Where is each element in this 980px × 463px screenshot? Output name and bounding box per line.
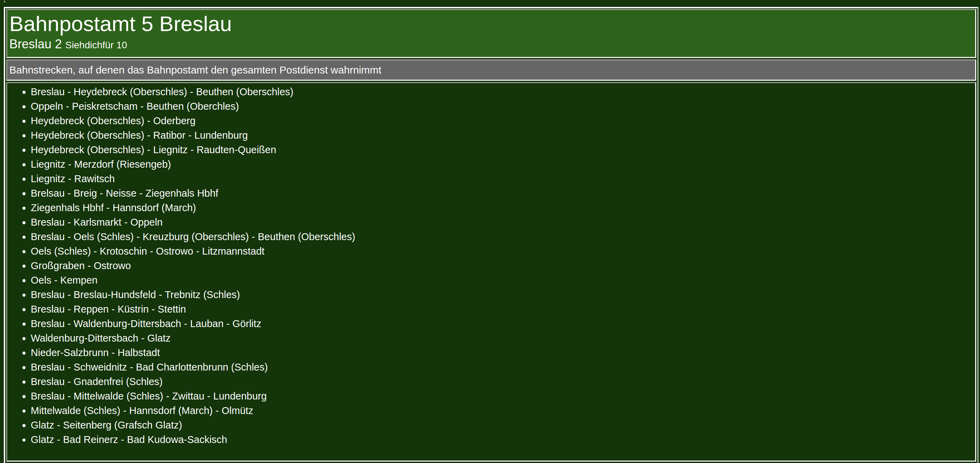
route-item: Breslau - Heydebreck (Oberschles) - Beut… xyxy=(31,84,975,99)
route-item: Großgraben - Ostrowo xyxy=(31,258,975,273)
page-frame: Bahnpostamt 5 Breslau Breslau 2 Siehdich… xyxy=(4,7,978,463)
route-item: Waldenburg-Dittersbach - Glatz xyxy=(31,331,975,346)
subtitle-secondary: Siehdichfür 10 xyxy=(65,40,127,51)
route-item: Mittelwalde (Schles) - Hannsdorf (March)… xyxy=(31,403,975,418)
route-item: Heydebreck (Oberschles) - Liegnitz - Rau… xyxy=(31,143,975,157)
section-heading-label: Bahnstrecken, auf denen das Bahnpostamt … xyxy=(10,64,381,76)
page: { "header": { "title": "Bahnpostamt 5 Br… xyxy=(0,0,980,463)
route-item: Breslau - Reppen - Küstrin - Stettin xyxy=(31,302,975,316)
route-item: Glatz - Seitenberg (Grafsch Glatz) xyxy=(31,418,975,432)
route-item: Breslau - Schweidnitz - Bad Charlottenbr… xyxy=(31,360,975,374)
section-heading-bar: Bahnstrecken, auf denen das Bahnpostamt … xyxy=(6,59,976,81)
route-item: Brelsau - Breig - Neisse - Ziegenhals Hb… xyxy=(31,186,975,200)
routes-list: Breslau - Heydebreck (Oberschles) - Beut… xyxy=(7,83,975,447)
route-item: Glatz - Bad Reinerz - Bad Kudowa-Sackisc… xyxy=(31,432,975,447)
page-subtitle: Breslau 2 Siehdichfür 10 xyxy=(10,36,972,53)
route-item: Breslau - Breslau-Hundsfeld - Trebnitz (… xyxy=(31,287,975,302)
route-item: Breslau - Gnadenfrei (Schles) xyxy=(31,374,975,389)
route-item: Breslau - Mittelwalde (Schles) - Zwittau… xyxy=(31,389,975,403)
stray-mark xyxy=(4,1,5,2)
routes-panel: Breslau - Heydebreck (Oberschles) - Beut… xyxy=(6,82,976,461)
route-item: Heydebreck (Oberschles) - Oderberg xyxy=(31,114,975,128)
route-item: Liegnitz - Rawitsch xyxy=(31,171,975,186)
subtitle-primary: Breslau 2 xyxy=(10,37,62,51)
route-item: Breslau - Waldenburg-Dittersbach - Lauba… xyxy=(31,316,975,331)
route-item: Ziegenhals Hbhf - Hannsdorf (March) xyxy=(31,200,975,215)
header: Bahnpostamt 5 Breslau Breslau 2 Siehdich… xyxy=(6,9,976,58)
route-item: Oppeln - Peiskretscham - Beuthen (Oberch… xyxy=(31,99,975,114)
page-title: Bahnpostamt 5 Breslau xyxy=(10,12,972,36)
route-item: Liegnitz - Merzdorf (Riesengeb) xyxy=(31,157,975,171)
route-item: Breslau - Karlsmarkt - Oppeln xyxy=(31,215,975,230)
route-item: Heydebreck (Oberschles) - Ratibor - Lund… xyxy=(31,128,975,143)
route-item: Breslau - Oels (Schles) - Kreuzburg (Obe… xyxy=(31,230,975,244)
route-item: Nieder-Salzbrunn - Halbstadt xyxy=(31,346,975,360)
route-item: Oels (Schles) - Krotoschin - Ostrowo - L… xyxy=(31,244,975,258)
route-item: Oels - Kempen xyxy=(31,273,975,287)
